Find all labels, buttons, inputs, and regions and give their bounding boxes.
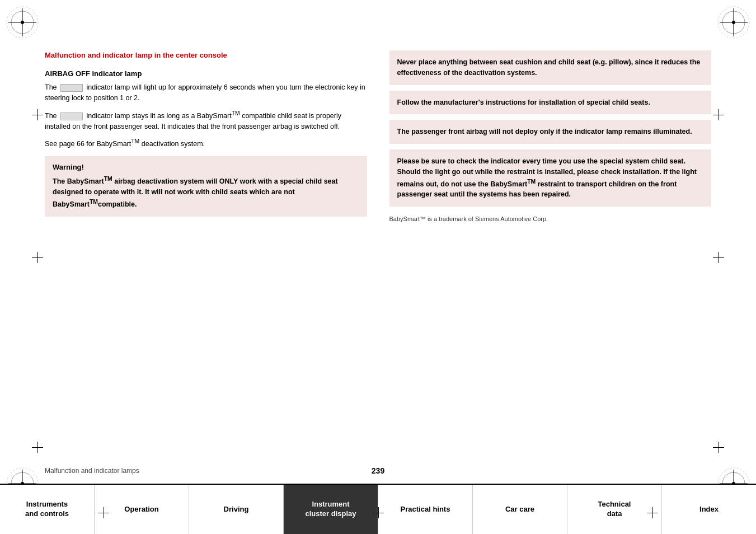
page-label-left: Malfunction and indicator lamps xyxy=(45,467,267,475)
footer-section-label: Malfunction and indicator lamps xyxy=(45,467,139,475)
paragraph1: The indicator lamp will light up for app… xyxy=(45,82,367,104)
subsection-title: AIRBAG OFF indicator lamp xyxy=(45,69,367,78)
svg-point-3 xyxy=(21,21,24,24)
nav-item-0[interactable]: Instrumentsand controls xyxy=(0,485,95,534)
left-column: Malfunction and indicator lamp in the ce… xyxy=(45,45,367,461)
page-number: 239 xyxy=(267,466,489,475)
nav-item-5[interactable]: Car care xyxy=(473,485,567,534)
lamp-icon-1 xyxy=(60,84,83,92)
corner-decoration-tr xyxy=(717,6,750,39)
bottom-bar: Malfunction and indicator lamps 239 Inst… xyxy=(0,461,756,534)
nav-item-2[interactable]: Driving xyxy=(189,485,284,534)
crosshair-right-bot xyxy=(713,442,724,453)
info-text-2: Follow the manufacturer's instructions f… xyxy=(397,97,704,108)
info-box-2: Follow the manufacturer's instructions f… xyxy=(389,91,712,115)
right-column: Never place anything between seat cushio… xyxy=(389,45,712,461)
page-label-row: Malfunction and indicator lamps 239 xyxy=(0,466,756,475)
crosshair-bottom-left xyxy=(98,507,109,518)
crosshair-right-mid xyxy=(713,252,724,263)
nav-item-4[interactable]: Practical hints xyxy=(378,485,473,534)
info-box-1: Never place anything between seat cushio… xyxy=(389,50,712,85)
crosshair-right-top xyxy=(713,109,724,120)
corner-decoration-tl xyxy=(6,6,39,39)
paragraph3: See page 66 for BabySmartTM deactivation… xyxy=(45,137,367,149)
lamp-icon-2 xyxy=(60,113,83,120)
crosshair-left-mid xyxy=(32,252,43,263)
svg-point-8 xyxy=(732,21,735,24)
info-text-1: Never place anything between seat cushio… xyxy=(397,57,704,78)
paragraph2: The indicator lamp stays lit as long as … xyxy=(45,109,367,132)
crosshair-bottom-right xyxy=(647,507,658,518)
info-box-3: The passenger front airbag will not depl… xyxy=(389,120,712,144)
nav-item-3[interactable]: Instrumentcluster display xyxy=(284,485,378,534)
main-content: Malfunction and indicator lamp in the ce… xyxy=(45,45,711,461)
crosshair-left-bot xyxy=(32,442,43,453)
warning-title: Warning! xyxy=(53,163,359,171)
trademark-note: BabySmart™ is a trademark of Siemens Aut… xyxy=(389,216,712,222)
warning-box: Warning! The BabySmartTM airbag deactiva… xyxy=(45,156,367,217)
warning-text: The BabySmartTM airbag deactivation syst… xyxy=(53,175,359,210)
nav-item-7[interactable]: Index xyxy=(662,485,756,534)
two-column-layout: Malfunction and indicator lamp in the ce… xyxy=(45,45,711,461)
crosshair-bottom-mid xyxy=(373,507,384,518)
info-text-4: Please be sure to check the indicator ev… xyxy=(397,156,704,200)
info-box-4: Please be sure to check the indicator ev… xyxy=(389,149,712,207)
info-text-3: The passenger front airbag will not depl… xyxy=(397,127,704,137)
section-title: Malfunction and indicator lamp in the ce… xyxy=(45,50,367,60)
crosshair-left-top xyxy=(32,109,43,120)
